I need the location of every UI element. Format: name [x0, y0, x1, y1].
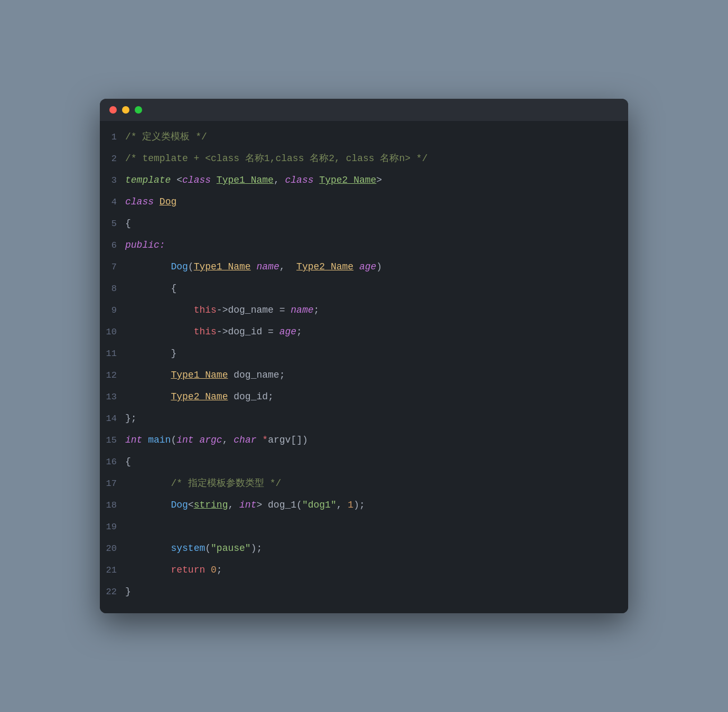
line-content: } — [125, 582, 628, 601]
line-content: this->dog_id = age; — [125, 322, 628, 341]
line-content: { — [125, 452, 628, 471]
line-content: /* template + <class 名称1,class 名称2, clas… — [125, 149, 628, 168]
line-number: 16 — [100, 453, 125, 472]
code-line: 11 } — [100, 343, 628, 364]
line-number: 7 — [100, 258, 125, 277]
line-content: { — [125, 214, 628, 233]
line-number: 13 — [100, 388, 125, 407]
code-line: 5 { — [100, 213, 628, 235]
line-number: 10 — [100, 323, 125, 342]
line-content: }; — [125, 409, 628, 428]
code-line: 18 Dog<string, int> dog_1("dog1", 1); — [100, 494, 628, 516]
line-content: return 0; — [125, 560, 628, 579]
line-number: 21 — [100, 561, 125, 580]
code-line: 10 this->dog_id = age; — [100, 321, 628, 343]
code-line: 14 }; — [100, 408, 628, 429]
maximize-button[interactable] — [135, 106, 142, 114]
code-line: 7 Dog(Type1_Name name, Type2_Name age) — [100, 256, 628, 278]
code-line: 6 public: — [100, 235, 628, 256]
code-line: 17 /* 指定模板参数类型 */ — [100, 473, 628, 494]
line-content: } — [125, 344, 628, 363]
line-number: 14 — [100, 409, 125, 428]
code-line: 16 { — [100, 451, 628, 473]
line-number: 19 — [100, 518, 125, 537]
line-content — [125, 517, 628, 536]
code-line: 3 template <class Type1_Name, class Type… — [100, 170, 628, 191]
code-line: 19 — [100, 516, 628, 538]
close-button[interactable] — [109, 106, 117, 114]
code-window: 1 /* 定义类模板 */ 2 /* template + <class 名称1… — [100, 99, 628, 613]
line-number: 5 — [100, 214, 125, 233]
minimize-button[interactable] — [122, 106, 129, 114]
line-content: class Dog — [125, 192, 628, 211]
line-content: /* 指定模板参数类型 */ — [125, 474, 628, 493]
line-number: 17 — [100, 474, 125, 493]
code-line: 21 return 0; — [100, 559, 628, 581]
line-number: 6 — [100, 236, 125, 255]
line-content: public: — [125, 236, 628, 255]
titlebar — [100, 99, 628, 121]
line-number: 4 — [100, 193, 125, 212]
code-line: 20 system("pause"); — [100, 538, 628, 559]
code-line: 13 Type2_Name dog_id; — [100, 386, 628, 408]
line-number: 2 — [100, 149, 125, 168]
line-content: /* 定义类模板 */ — [125, 127, 628, 146]
line-number: 20 — [100, 539, 125, 558]
code-line: 9 this->dog_name = name; — [100, 299, 628, 321]
line-number: 1 — [100, 128, 125, 147]
line-number: 12 — [100, 366, 125, 385]
line-content: { — [125, 279, 628, 298]
line-number: 3 — [100, 171, 125, 190]
code-line: 2 /* template + <class 名称1,class 名称2, cl… — [100, 148, 628, 170]
line-content: template <class Type1_Name, class Type2_… — [125, 171, 628, 190]
line-content: Type2_Name dog_id; — [125, 387, 628, 406]
code-line: 4 class Dog — [100, 191, 628, 213]
code-line: 1 /* 定义类模板 */ — [100, 126, 628, 148]
line-content: Dog<string, int> dog_1("dog1", 1); — [125, 495, 628, 514]
line-number: 9 — [100, 301, 125, 320]
code-line: 15 int main(int argc, char *argv[]) — [100, 429, 628, 451]
line-content: system("pause"); — [125, 539, 628, 558]
code-line: 12 Type1_Name dog_name; — [100, 364, 628, 386]
line-number: 11 — [100, 344, 125, 363]
line-number: 22 — [100, 583, 125, 602]
code-line: 8 { — [100, 278, 628, 299]
code-editor: 1 /* 定义类模板 */ 2 /* template + <class 名称1… — [100, 121, 628, 613]
line-content: this->dog_name = name; — [125, 301, 628, 320]
line-number: 8 — [100, 279, 125, 298]
line-number: 15 — [100, 431, 125, 450]
line-content: Dog(Type1_Name name, Type2_Name age) — [125, 257, 628, 276]
line-content: Type1_Name dog_name; — [125, 366, 628, 385]
code-line: 22 } — [100, 581, 628, 603]
line-number: 18 — [100, 496, 125, 515]
line-content: int main(int argc, char *argv[]) — [125, 430, 628, 449]
